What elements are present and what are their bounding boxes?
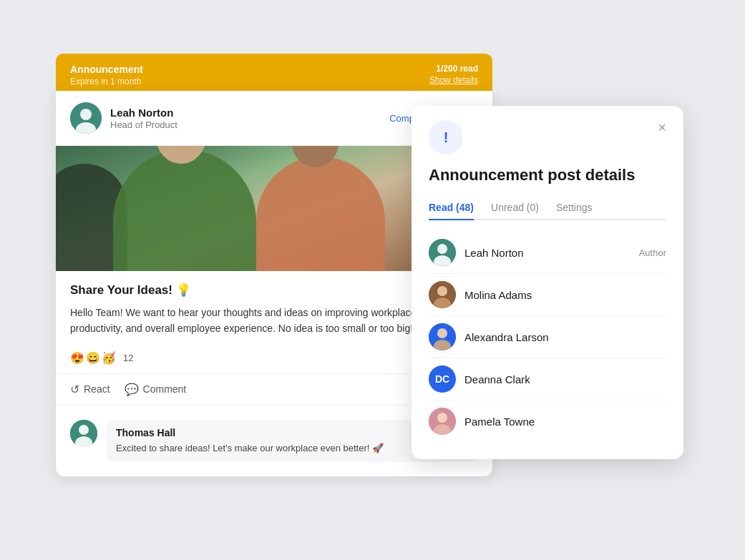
user-avatar-pamela — [429, 408, 456, 435]
list-item: Alexandra Larson — [429, 316, 666, 358]
svg-point-7 — [437, 244, 447, 254]
reaction-count: 12 — [123, 353, 133, 363]
list-item: Leah Norton Author — [429, 232, 666, 274]
react-label: React — [84, 383, 110, 395]
deanna-initials: DC — [435, 373, 449, 385]
svg-point-4 — [79, 425, 89, 435]
tab-settings[interactable]: Settings — [556, 196, 593, 220]
svg-point-10 — [437, 286, 447, 296]
user-name-deanna: Deanna Clark — [464, 373, 666, 385]
banner-expiry: Expires in 1 month — [70, 77, 143, 87]
announcement-banner: Announcement Expires in 1 month 1/200 re… — [56, 54, 492, 97]
post-author-avatar — [70, 102, 102, 134]
list-item: Pamela Towne — [429, 401, 666, 442]
react-button[interactable]: ↺ React — [70, 380, 110, 399]
comment-avatar — [70, 420, 97, 447]
post-author-name: Leah Norton — [110, 107, 389, 119]
user-name-molina: Molina Adams — [464, 289, 666, 301]
comment-icon: 💬 — [125, 383, 139, 396]
post-author-title: Head of Product — [110, 119, 389, 130]
user-list: Leah Norton Author Molina Adams — [429, 232, 666, 442]
post-author-info: Leah Norton Head of Product — [110, 107, 389, 130]
user-name-leah: Leah Norton — [464, 247, 639, 259]
panel-header: ! × — [429, 120, 666, 154]
banner-read-count: 1/200 read — [429, 64, 478, 74]
list-item: Molina Adams — [429, 274, 666, 316]
user-role-leah: Author — [639, 247, 666, 258]
comment-button[interactable]: 💬 Comment — [125, 380, 187, 399]
list-item: DC Deanna Clark — [429, 358, 666, 401]
comment-label: Comment — [143, 383, 187, 395]
user-avatar-alexandra — [429, 323, 456, 350]
banner-right: 1/200 read Show details — [429, 64, 478, 85]
emoji-grin[interactable]: 😄 — [86, 351, 100, 365]
user-avatar-leah — [429, 239, 456, 266]
alert-icon: ! — [444, 129, 449, 146]
banner-left: Announcement Expires in 1 month — [70, 64, 143, 87]
tab-read[interactable]: Read (48) — [429, 196, 474, 220]
banner-show-details[interactable]: Show details — [429, 75, 478, 85]
panel-icon-circle: ! — [429, 120, 463, 154]
reaction-emojis: 😍 😄 🥳 — [70, 351, 116, 365]
details-panel: ! × Announcement post details Read (48) … — [412, 106, 683, 459]
user-name-pamela: Pamela Towne — [464, 416, 666, 428]
user-avatar-deanna: DC — [429, 365, 456, 393]
emoji-heart-eyes[interactable]: 😍 — [70, 351, 84, 365]
svg-point-16 — [437, 413, 447, 423]
panel-close-button[interactable]: × — [658, 120, 666, 134]
user-name-alexandra: Alexandra Larson — [464, 331, 666, 343]
panel-tabs: Read (48) Unread (0) Settings — [429, 196, 666, 220]
svg-point-1 — [80, 109, 92, 120]
svg-point-13 — [437, 328, 447, 338]
react-icon: ↺ — [70, 383, 79, 396]
panel-title: Announcement post details — [429, 166, 666, 185]
banner-title: Announcement — [70, 64, 143, 75]
user-avatar-molina — [429, 281, 456, 308]
tab-unread[interactable]: Unread (0) — [491, 196, 539, 220]
emoji-party[interactable]: 🥳 — [102, 351, 116, 365]
